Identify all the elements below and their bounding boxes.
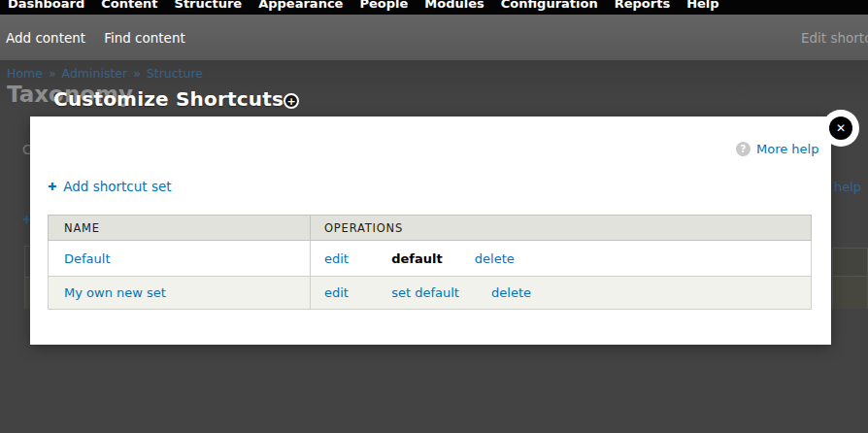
set-default-link-text[interactable]: set default [391,285,459,300]
set-name-link[interactable]: My own new set [64,285,166,300]
help-icon: ? [736,142,751,156]
shortcut-sets-table: NAME OPERATIONS Default edit default del… [48,215,812,310]
delete-link[interactable]: delete [475,251,515,266]
admin-menu-item-reports[interactable]: Reports [615,0,670,11]
shortcut-find-content[interactable]: Find content [104,30,185,46]
edit-shortcuts-link[interactable]: Edit shortcuts [801,30,868,46]
column-header-name: NAME [49,216,311,241]
add-to-shortcuts-icon[interactable]: + [284,93,299,109]
screen: Dashboard Content Structure Appearance P… [0,0,868,433]
breadcrumb-separator: » [133,66,141,81]
operations-cell: edit set default delete [311,277,812,310]
shortcut-bar: Add content Find content Edit shortcuts [0,15,868,60]
table-header-row: NAME OPERATIONS [49,216,812,241]
breadcrumb-administer[interactable]: Administer [62,66,128,81]
add-shortcut-set-link[interactable]: Add shortcut set [63,179,171,194]
shortcut-add-content[interactable]: Add content [6,30,85,46]
set-name-link[interactable]: Default [64,251,111,266]
edit-link[interactable]: edit [324,251,387,266]
shortcut-links: Add content Find content [6,15,185,60]
admin-menu-item-help[interactable]: Help [686,0,718,11]
admin-menu-item-content[interactable]: Content [101,0,157,11]
more-help: ? More help [736,142,818,156]
close-icon[interactable]: ✕ [829,117,852,140]
admin-menu-bar: Dashboard Content Structure Appearance P… [0,0,868,15]
delete-link[interactable]: delete [491,285,531,300]
admin-menu-item-modules[interactable]: Modules [424,0,484,11]
more-help-link[interactable]: More help [756,142,818,156]
default-label: default [391,251,442,266]
dialog-title: Customize Shortcuts [53,87,284,111]
edit-link-text[interactable]: edit [324,285,349,300]
column-header-operations: OPERATIONS [311,216,812,241]
set-name-cell: Default [49,241,311,277]
edit-link[interactable]: edit [324,285,387,300]
breadcrumb: Home » Administer » Structure [7,66,203,81]
admin-menu-item-people[interactable]: People [359,0,408,11]
breadcrumb-home[interactable]: Home [7,66,43,81]
plus-icon: ✚ [48,181,56,193]
admin-menu-item-appearance[interactable]: Appearance [258,0,343,11]
edit-link-text[interactable]: edit [324,251,349,266]
admin-menu-item-dashboard[interactable]: Dashboard [8,0,84,11]
admin-menu-item-structure[interactable]: Structure [175,0,243,11]
breadcrumb-separator: » [49,66,56,81]
admin-menu: Dashboard Content Structure Appearance P… [8,0,719,11]
table-row: Default edit default delete [49,241,812,277]
set-default-link[interactable]: set default [391,285,459,300]
background-help-link[interactable]: help [834,180,861,194]
add-shortcut-set[interactable]: ✚ Add shortcut set [48,179,172,194]
admin-menu-item-configuration[interactable]: Configuration [501,0,598,11]
operations-cell: edit default delete [311,241,812,277]
background-table-fragment-right [832,248,868,309]
breadcrumb-structure[interactable]: Structure [147,66,203,81]
set-name-cell: My own new set [49,277,311,310]
background-table-cell [833,276,867,309]
table-row: My own new set edit set default delete [49,277,812,310]
